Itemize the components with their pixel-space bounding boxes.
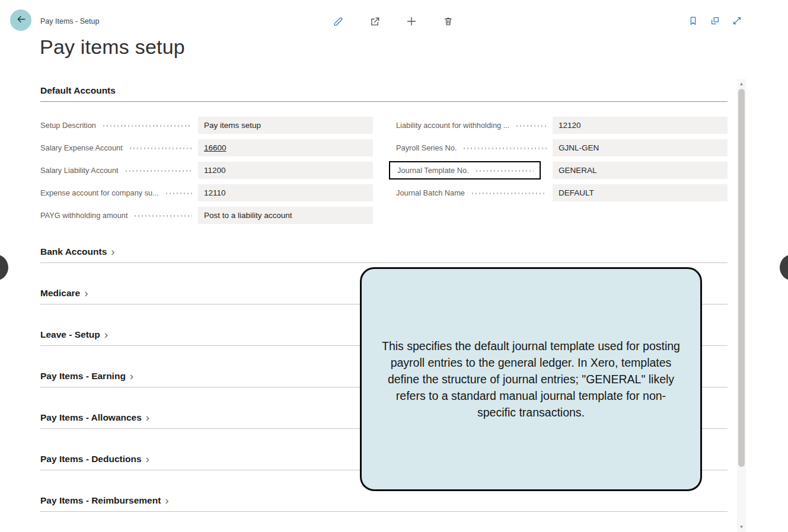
- previous-record-button[interactable]: ‹: [0, 254, 8, 281]
- field-label-area: Setup Descrition: [40, 116, 198, 134]
- field-label-area: Salary Liability Account: [40, 161, 198, 180]
- expand-button[interactable]: [730, 14, 744, 28]
- field-label-area: Expense account for company su...: [40, 184, 198, 202]
- field-journal-batch-name: Journal Batch Name DEFAULT: [396, 181, 728, 204]
- fields-right-column: Liability account for withholding ... 12…: [396, 114, 728, 226]
- field-payg-withholding-amount: PAYG withholding amount Post to a liabil…: [40, 204, 373, 226]
- field-label: Journal Batch Name: [396, 188, 465, 197]
- tooltip-callout: This specifies the default journal templ…: [360, 267, 702, 491]
- field-label-area: PAYG withholding amount: [40, 206, 198, 225]
- field-label: Salary Expense Account: [40, 143, 123, 152]
- next-record-button[interactable]: ›: [780, 254, 788, 281]
- share-icon: [369, 16, 381, 27]
- new-button[interactable]: [404, 14, 419, 28]
- arrow-left-icon: [15, 14, 27, 27]
- chevron-right-icon: ›: [165, 496, 168, 505]
- field-value[interactable]: 12120: [553, 117, 728, 134]
- chevron-right-icon: ›: [146, 414, 149, 422]
- tooltip-text: This specifies the default journal templ…: [377, 338, 685, 421]
- delete-button[interactable]: [441, 14, 455, 28]
- edit-button[interactable]: [331, 14, 345, 28]
- field-label: Salary Liability Account: [40, 166, 119, 175]
- trash-icon: [443, 16, 454, 27]
- expand-icon: [732, 15, 742, 26]
- dotted-leader: [165, 193, 192, 194]
- bookmark-button[interactable]: [686, 14, 700, 28]
- page-title: Pay items setup: [40, 36, 185, 59]
- field-label-area-highlighted: Journal Template No.: [389, 161, 541, 180]
- field-label: Journal Template No.: [397, 166, 469, 175]
- dotted-leader: [462, 148, 547, 149]
- chevron-right-icon: ›: [104, 331, 108, 339]
- dotted-leader: [471, 193, 547, 194]
- field-label: Payroll Series No.: [396, 143, 457, 152]
- chevron-right-icon: ›: [146, 455, 149, 463]
- toolbar: [331, 14, 455, 28]
- field-payroll-series-no: Payroll Series No. GJNL-GEN: [396, 136, 728, 159]
- field-salary-expense-account: Salary Expense Account 16600: [40, 136, 373, 159]
- breadcrumb[interactable]: Pay Items - Setup: [40, 17, 99, 25]
- chevron-right-icon: ›: [111, 248, 114, 256]
- dotted-leader: [129, 148, 192, 149]
- section-title: Leave - Setup: [40, 329, 100, 340]
- pencil-icon: [333, 16, 344, 27]
- section-header-pay-items-reimbursement[interactable]: Pay Items - Reimbursement ›: [40, 495, 728, 512]
- dotted-leader: [102, 125, 192, 127]
- section-title: Pay Items - Reimbursement: [40, 495, 161, 506]
- field-label: Setup Descrition: [40, 121, 96, 130]
- default-accounts-fields: Setup Descrition Pay items setup Salary …: [40, 114, 728, 226]
- field-label: Liability account for withholding ...: [396, 121, 509, 130]
- chevron-right-icon: ›: [84, 289, 88, 297]
- chevron-right-icon: ›: [130, 372, 133, 380]
- field-salary-liability-account: Salary Liability Account 11200: [40, 159, 373, 181]
- section-title: Bank Accounts: [40, 246, 107, 257]
- dotted-leader: [133, 215, 192, 217]
- section-header-default-accounts[interactable]: Default Accounts: [40, 80, 728, 102]
- app-window: Pay Items - Setup: [0, 0, 788, 532]
- field-value[interactable]: DEFAULT: [553, 184, 728, 201]
- dotted-leader: [125, 170, 192, 172]
- scroll-up-icon[interactable]: ▲: [737, 81, 746, 86]
- vertical-scrollbar[interactable]: ▲ ▼: [737, 79, 746, 532]
- field-value[interactable]: 12110: [198, 184, 373, 201]
- scrollbar-thumb[interactable]: [738, 89, 745, 467]
- plus-icon: [406, 15, 417, 27]
- field-label-area: Salary Expense Account: [40, 139, 198, 157]
- field-expense-account-company-super: Expense account for company su... 12110: [40, 181, 373, 204]
- back-button[interactable]: [10, 9, 31, 31]
- field-value[interactable]: Pay items setup: [198, 117, 373, 134]
- field-label-area: Liability account for withholding ...: [396, 116, 553, 134]
- share-button[interactable]: [368, 14, 382, 28]
- dotted-leader: [475, 170, 534, 172]
- topbar-right: [686, 14, 744, 28]
- field-label-area: Payroll Series No.: [396, 139, 553, 157]
- field-value[interactable]: GJNL-GEN: [553, 139, 728, 156]
- field-value[interactable]: Post to a liability account: [198, 207, 373, 224]
- open-in-new-window-button[interactable]: [708, 14, 722, 28]
- section-title: Default Accounts: [40, 85, 116, 95]
- section-title: Medicare: [40, 288, 80, 299]
- field-label-area: Journal Batch Name: [396, 184, 553, 202]
- field-journal-template-no: Journal Template No. GENERAL: [396, 159, 728, 181]
- dotted-leader: [515, 125, 547, 127]
- fields-left-column: Setup Descrition Pay items setup Salary …: [40, 114, 373, 226]
- bookmark-icon: [688, 15, 698, 26]
- field-label: Expense account for company su...: [40, 188, 159, 197]
- field-label: PAYG withholding amount: [40, 211, 127, 220]
- section-title: Pay Items - Allowances: [40, 412, 142, 423]
- scroll-down-icon[interactable]: ▼: [737, 524, 746, 530]
- field-value[interactable]: 11200: [198, 162, 373, 179]
- popout-icon: [710, 15, 720, 26]
- field-liability-account-withholding: Liability account for withholding ... 12…: [396, 114, 728, 136]
- section-title: Pay Items - Deductions: [40, 454, 142, 464]
- field-value[interactable]: GENERAL: [553, 162, 728, 179]
- field-setup-description: Setup Descrition Pay items setup: [40, 114, 373, 136]
- field-value-link[interactable]: 16600: [198, 139, 373, 156]
- section-header-bank-accounts[interactable]: Bank Accounts ›: [40, 246, 728, 263]
- section-title: Pay Items - Earning: [40, 371, 126, 382]
